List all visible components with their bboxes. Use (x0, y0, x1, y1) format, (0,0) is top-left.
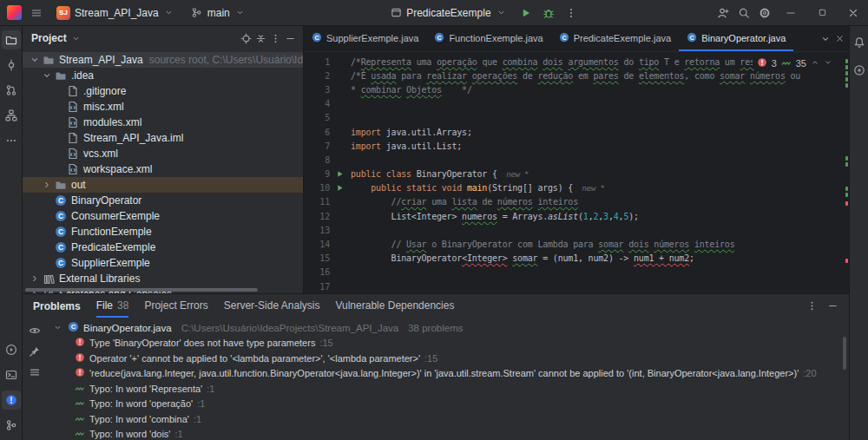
more-run-actions-icon[interactable] (562, 3, 581, 23)
problem-item[interactable]: Typo: In word 'combina':1 (47, 411, 849, 427)
tree-item-binaryoperator[interactable]: CBinaryOperator (23, 193, 303, 208)
editor-tab-binaryoperator-java[interactable]: CBinaryOperator.java (679, 26, 793, 51)
problems-tab-server-side-analysis[interactable]: Server-Side Analysis (224, 294, 320, 318)
panel-options-kebab-icon[interactable] (269, 32, 281, 44)
project-view-icon[interactable] (2, 30, 21, 49)
code-line[interactable]: 13 (304, 223, 849, 237)
code-line[interactable]: 3* combinar Objetos */ (304, 82, 849, 96)
problem-item[interactable]: Typo: In word 'operação':1 (47, 397, 849, 412)
code-line[interactable]: 9public class BinaryOperator { new * (304, 167, 849, 181)
version-control-icon[interactable] (2, 416, 21, 435)
tree-item-misc-xml[interactable]: misc.xml (23, 99, 303, 115)
code-line[interactable]: 5 (304, 111, 849, 125)
tree-item-external-libraries[interactable]: External Libraries (23, 271, 303, 286)
problem-item[interactable]: Type 'BinaryOperator' does not have type… (47, 336, 849, 351)
chevron-right-icon[interactable] (28, 273, 42, 284)
tree-item-supplierexemple[interactable]: CSupplierExemple (23, 255, 303, 271)
hide-problems-panel-icon[interactable] (826, 300, 838, 312)
code-line[interactable]: 6import java.util.Arrays; (304, 125, 849, 139)
ai-assistant-icon[interactable] (850, 61, 868, 80)
code-line[interactable]: 12 List<Integer> numeros = Arrays.asList… (304, 209, 849, 223)
close-window-button[interactable] (838, 0, 868, 26)
next-problem-icon[interactable] (824, 58, 832, 69)
code-line[interactable]: 4 (304, 97, 849, 111)
pin-icon[interactable] (29, 345, 41, 358)
svg-text:C: C (690, 33, 695, 41)
code-with-me-icon[interactable] (713, 3, 733, 23)
terminal-icon[interactable] (2, 365, 21, 384)
main-menu-icon[interactable] (27, 3, 46, 23)
tree-item-functionexemple[interactable]: CFunctionExemple (23, 224, 303, 240)
tab-list-chevron-icon[interactable] (819, 33, 832, 45)
debug-button[interactable] (539, 3, 558, 23)
problems-options-kebab-icon[interactable] (806, 300, 818, 312)
search-everywhere-icon[interactable] (734, 3, 753, 23)
run-line-icon[interactable] (332, 183, 347, 193)
problem-item[interactable]: Operator '+' cannot be applied to '<lamb… (47, 351, 849, 366)
code-line[interactable]: 17 (304, 279, 849, 293)
tree-item-vcs-xml[interactable]: vcs.xml (23, 146, 303, 161)
collapse-all-icon[interactable] (254, 32, 266, 44)
hide-panel-icon[interactable] (284, 32, 296, 44)
code-line[interactable]: 11 //criar uma lista de números inteiros (304, 195, 849, 209)
code-line[interactable]: 16 (304, 266, 849, 279)
chevron-right-icon[interactable] (40, 180, 54, 190)
notifications-bell-icon[interactable] (850, 33, 868, 52)
problem-item[interactable]: Typo: In word 'dois':1 (47, 427, 849, 440)
commit-view-icon[interactable] (2, 56, 21, 75)
problem-item[interactable]: Typo: In word 'Representa':1 (47, 381, 849, 397)
chevron-down-icon[interactable] (70, 32, 82, 44)
editor-tab-functionexemple-java[interactable]: CFunctionExemple.java (426, 26, 550, 51)
problems-file-group[interactable]: C BinaryOperator.java C:\Users\Usuário\I… (47, 320, 849, 336)
editor-tab-predicateexemple-java[interactable]: CPredicateExemple.java (551, 26, 680, 51)
tree-item-idea[interactable]: .idea (23, 68, 303, 83)
locate-file-icon[interactable] (240, 32, 252, 44)
chevron-down-icon[interactable] (40, 70, 54, 81)
chevron-down-icon[interactable] (28, 55, 42, 65)
settings-icon[interactable] (755, 3, 774, 23)
editor-scroll-stripe[interactable] (845, 52, 848, 293)
prev-problem-icon[interactable] (811, 58, 819, 69)
code-editor[interactable]: 1/*Representa uma operação que combina d… (304, 52, 849, 293)
vcs-branch-widget[interactable]: main (186, 4, 252, 22)
minimize-window-button[interactable] (776, 0, 806, 26)
more-tool-windows-icon[interactable] (2, 131, 21, 150)
tree-item-consumerexemple[interactable]: CConsumerExemple (23, 208, 303, 224)
editor-tab-supplierexemple-java[interactable]: CSupplierExemple.java (304, 26, 426, 51)
problems-tab-vulnerable-dependencies[interactable]: Vulnerable Dependencies (335, 294, 454, 318)
class-icon: C (68, 321, 79, 334)
problems-tab-file[interactable]: File38 (96, 294, 129, 318)
run-toolbar: PredicateExemple (385, 3, 580, 23)
code-line[interactable]: 8 (304, 153, 849, 167)
maximize-window-button[interactable] (807, 0, 837, 26)
structure-view-icon[interactable] (2, 106, 21, 125)
inspections-widget[interactable]: 3 35 (753, 56, 837, 71)
code-line[interactable]: 15 BinaryOperator<Integer> somar = (num1… (304, 252, 849, 266)
project-tree-hscrollbar[interactable] (25, 288, 258, 292)
tree-item-stream-api-java-iml[interactable]: Stream_API_Java.iml (23, 130, 303, 146)
run-line-icon[interactable] (332, 169, 347, 179)
problems-tab-project-errors[interactable]: Project Errors (144, 294, 207, 318)
run-view-icon[interactable] (2, 340, 21, 359)
close-tab-icon[interactable] (833, 33, 845, 45)
code-line[interactable]: 10 public static void main(String[] args… (304, 181, 849, 195)
group-list-icon[interactable] (29, 366, 41, 378)
code-line[interactable]: 7import java.util.List; (304, 139, 849, 153)
run-button[interactable] (516, 3, 536, 23)
problems-scrollbar[interactable] (843, 337, 846, 370)
project-panel-title[interactable]: Project (31, 32, 67, 44)
preview-eye-icon[interactable] (29, 325, 41, 337)
chevron-down-icon[interactable] (52, 323, 63, 332)
run-config-selector[interactable]: PredicateExemple (385, 4, 512, 22)
tree-item-stream-api-java[interactable]: Stream_API_Javasources root, C:\Users\Us… (23, 52, 303, 68)
tree-item-gitignore[interactable]: .gitignore (23, 83, 303, 99)
project-widget[interactable]: SJ Stream_API_Java (51, 3, 181, 23)
problems-view-icon[interactable] (2, 391, 21, 410)
tree-item-predicateexemple[interactable]: CPredicateExemple (23, 240, 303, 255)
tree-item-modules-xml[interactable]: modules.xml (23, 115, 303, 130)
tree-item-out[interactable]: out (23, 177, 303, 193)
pull-requests-icon[interactable] (2, 81, 21, 100)
tree-item-workspace-xml[interactable]: workspace.xml (23, 161, 303, 177)
code-line[interactable]: 14 // Usar o BinaryOperator com Lambda p… (304, 237, 849, 251)
problem-item[interactable]: 'reduce(java.lang.Integer, java.util.fun… (47, 366, 849, 382)
